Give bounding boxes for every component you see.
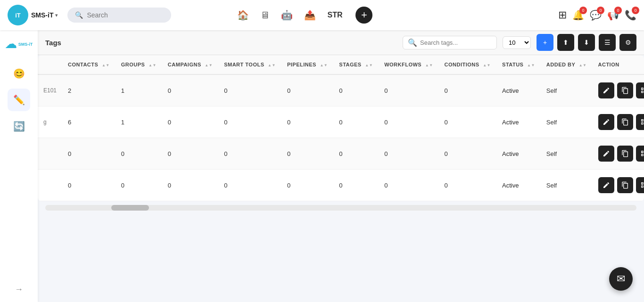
tags-label: Tags (45, 39, 61, 47)
table-row: g 6 1 0 0 0 0 0 0 Active Self (38, 106, 644, 138)
sidebar: ☁ SMS-iT 😊 ✏️ 🔄 → (0, 30, 38, 302)
cell-added-by: Self (541, 138, 593, 170)
cell-workflows: 0 (379, 106, 438, 138)
th-action: ACTION (593, 55, 644, 74)
inbox-icon[interactable]: 📤 (304, 9, 316, 21)
th-workflows[interactable]: WORKFLOWS ▲▼ (379, 55, 438, 74)
notification-speaker-icon[interactable]: 📢0 (607, 9, 619, 21)
cell-pipelines: 0 (281, 74, 333, 106)
th-smart-tools[interactable]: SMART TOOLS ▲▼ (218, 55, 281, 74)
cell-campaigns: 0 (162, 138, 218, 170)
import-button[interactable]: ⬇ (578, 34, 595, 51)
bell-badge: 0 (579, 7, 587, 14)
table-search-input[interactable] (420, 39, 492, 46)
th-empty (38, 55, 62, 74)
th-added-by[interactable]: ADDED BY ▲▼ (541, 55, 593, 74)
added-by-sort-icon: ▲▼ (579, 63, 587, 67)
chat-fab-button[interactable]: ✉ (609, 267, 633, 291)
qr-button[interactable] (636, 146, 644, 162)
th-status[interactable]: STATUS ▲▼ (496, 55, 541, 74)
cell-action (593, 170, 644, 201)
cell-smart-tools: 0 (218, 138, 281, 170)
plus-button[interactable]: + (355, 7, 372, 24)
cell-status: Active (496, 106, 541, 138)
table-search-bar: 🔍 (403, 36, 497, 49)
copy-button[interactable] (617, 146, 633, 162)
notification-bell-icon[interactable]: 🔔0 (572, 9, 584, 21)
cell-id: E101 (38, 74, 62, 106)
edit-button[interactable] (598, 82, 614, 98)
scrollbar-thumb[interactable] (111, 205, 149, 211)
search-icon: 🔍 (75, 11, 83, 19)
per-page-select[interactable]: 10 25 50 100 (503, 36, 531, 49)
columns-button[interactable]: ☰ (599, 34, 616, 51)
action-buttons (598, 177, 644, 193)
copy-button[interactable] (617, 82, 633, 98)
export-button[interactable]: ⬆ (557, 34, 574, 51)
notification-phone-icon[interactable]: 📞0 (625, 9, 636, 21)
table-search-icon: 🔍 (408, 38, 417, 47)
sidebar-item-emoji[interactable]: 😊 (8, 62, 30, 85)
filter-button[interactable]: ⚙ (619, 34, 636, 51)
sidebar-logo: ☁ SMS-iT (5, 38, 33, 51)
th-contacts[interactable]: CONTACTS ▲▼ (62, 55, 116, 74)
th-conditions[interactable]: CONDITIONS ▲▼ (439, 55, 496, 74)
cell-smart-tools: 0 (218, 170, 281, 201)
campaigns-sort-icon: ▲▼ (205, 63, 213, 67)
th-campaigns[interactable]: CAMPAIGNS ▲▼ (162, 55, 218, 74)
cell-pipelines: 0 (281, 138, 333, 170)
monitor-icon[interactable]: 🖥 (260, 10, 270, 21)
brand-logo[interactable]: iT (8, 5, 28, 25)
qr-button[interactable] (636, 82, 644, 98)
cell-groups: 0 (116, 138, 162, 170)
th-stages[interactable]: STAGES ▲▼ (333, 55, 379, 74)
action-buttons (598, 82, 644, 98)
edit-button[interactable] (598, 146, 614, 162)
copy-button[interactable] (617, 114, 633, 130)
cell-id (38, 170, 62, 201)
qr-button[interactable] (636, 114, 644, 130)
cell-status: Active (496, 170, 541, 201)
sidebar-collapse-button[interactable]: → (15, 285, 23, 294)
cell-pipelines: 0 (281, 106, 333, 138)
brand-dropdown-arrow[interactable]: ▾ (55, 12, 58, 18)
th-pipelines[interactable]: PIPELINES ▲▼ (281, 55, 333, 74)
qr-button[interactable] (636, 177, 644, 193)
cell-action (593, 138, 644, 170)
table-action-icons: + ⬆ ⬇ ☰ ⚙ (537, 34, 636, 51)
str-label[interactable]: STR (327, 11, 342, 19)
speaker-badge: 0 (614, 7, 622, 14)
home-icon[interactable]: 🏠 (237, 9, 249, 21)
search-input[interactable] (87, 11, 164, 19)
notification-chat-icon[interactable]: 💬0 (590, 9, 602, 21)
nav-icons: 🏠 🖥 🤖 📤 STR + (237, 7, 372, 24)
edit-button[interactable] (598, 177, 614, 193)
th-conditions-label: CONDITIONS (445, 62, 479, 67)
cell-added-by: Self (541, 170, 593, 201)
copy-button[interactable] (617, 177, 633, 193)
status-badge: Active (502, 87, 519, 94)
groups-sort-icon: ▲▼ (149, 63, 157, 67)
status-badge: Active (502, 150, 519, 157)
th-campaigns-label: CAMPAIGNS (168, 62, 201, 67)
add-button[interactable]: + (537, 34, 553, 51)
grid-icon[interactable]: ⊞ (558, 9, 567, 21)
cell-contacts: 0 (62, 138, 116, 170)
edit-button[interactable] (598, 114, 614, 130)
navbar: iT SMS-iT ▾ 🔍 🏠 🖥 🤖 📤 STR + ⊞ 🔔0 💬0 📢0 📞… (0, 0, 644, 30)
robot-icon[interactable]: 🤖 (281, 9, 293, 21)
sidebar-item-refresh[interactable]: 🔄 (8, 115, 30, 138)
status-badge: Active (502, 119, 519, 126)
pipelines-sort-icon: ▲▼ (320, 63, 328, 67)
cell-smart-tools: 0 (218, 106, 281, 138)
table-toolbar: Tags 🔍 10 25 50 100 + ⬆ ⬇ ☰ ⚙ (38, 30, 644, 55)
sidebar-item-edit[interactable]: ✏️ (8, 89, 30, 111)
search-bar: 🔍 (67, 8, 171, 23)
th-workflows-label: WORKFLOWS (384, 62, 421, 67)
cell-stages: 0 (333, 138, 379, 170)
contacts-sort-icon: ▲▼ (102, 63, 110, 67)
cell-stages: 0 (333, 170, 379, 201)
horizontal-scrollbar[interactable] (45, 205, 636, 211)
cell-added-by: Self (541, 74, 593, 106)
th-groups[interactable]: GROUPS ▲▼ (116, 55, 162, 74)
